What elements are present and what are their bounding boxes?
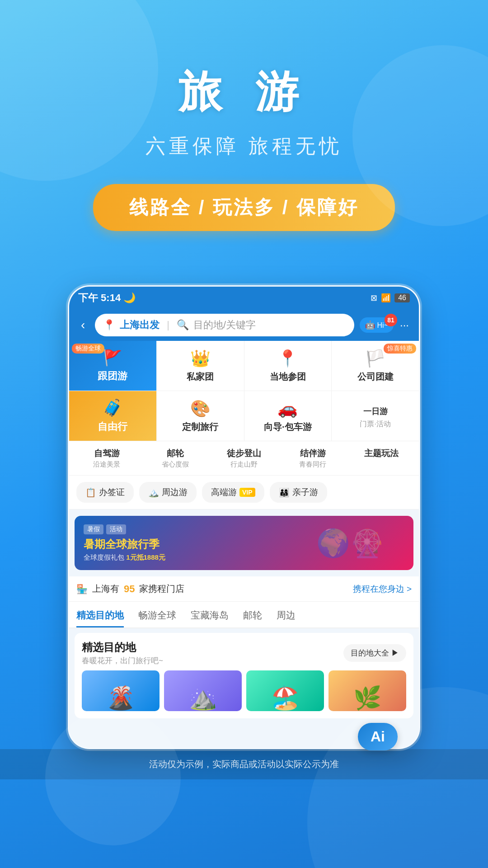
battery-icon: 46 [394, 293, 410, 302]
category-custom-travel[interactable]: 🎨 定制旅行 [157, 391, 244, 441]
tab-selected-dest[interactable]: 精选目的地 [76, 609, 124, 627]
dest-image-4[interactable]: 🌿 [328, 670, 406, 711]
back-button[interactable]: ‹ [76, 316, 89, 334]
dest-image-2[interactable]: ⛰️ [164, 670, 242, 711]
store-link[interactable]: 携程在您身边 > [353, 583, 412, 595]
store-info: 🏪 上海有 95 家携程门店 携程在您身边 > [69, 576, 419, 602]
category-guide-car[interactable]: 🚗 向导·包车游 [244, 391, 332, 441]
nav-bar: ‹ 📍 上海出发 | 🔍 目的地/关键字 🤖 Hi~ 81 ··· [69, 309, 419, 341]
signal-icon: ⊠ [371, 293, 377, 303]
company-tour-icon: 🏳️ [365, 349, 385, 368]
guide-car-label: 向导·包车游 [264, 421, 312, 433]
hi-button[interactable]: 🤖 Hi~ 81 [360, 317, 394, 333]
dest-all-btn[interactable]: 目的地大全 ▶ [343, 644, 406, 662]
subcat-theme[interactable]: 主题玩法 [348, 448, 414, 469]
guide-car-icon: 🚗 [277, 399, 298, 418]
phone-mockup: 下午 5:14 🌙 ⊠ 📶 46 ‹ 📍 上海出发 | 🔍 目的地/关键字 [68, 285, 420, 749]
hero-section: 旅 游 六重保障 旅程无忧 线路全 / 玩法多 / 保障好 [0, 0, 488, 258]
banner-title: 暑期全球旅行季 [84, 537, 165, 552]
theme-label: 主题玩法 [364, 448, 399, 459]
category-row-2: 🧳 自由行 🎨 定制旅行 🚗 向导·包车游 [69, 391, 419, 441]
banner-art: 🌍🎡 [287, 516, 413, 570]
custom-travel-icon: 🎨 [190, 399, 211, 418]
banner-tag2: 活动 [106, 524, 126, 534]
subcat-hiking[interactable]: 徒步登山 行走山野 [211, 448, 277, 469]
cruise-label: 邮轮 [167, 448, 184, 459]
search-divider: | [167, 319, 169, 331]
day-tour-label: 一日游门票·活动 [360, 406, 390, 430]
footer-disclaimer: 活动仅为示例，实际商品或活动以实际公示为准 [0, 749, 488, 779]
hiking-sub: 行走山野 [230, 460, 258, 469]
promo-banner[interactable]: 暑假 活动 暑期全球旅行季 全球度假礼包 1元抵1888元 🌍🎡 [75, 516, 413, 570]
companion-sub: 青春同行 [299, 460, 326, 469]
location-icon: 📍 [103, 319, 115, 331]
banner-tag1: 暑假 [84, 524, 103, 534]
tab-cruise[interactable]: 邮轮 [243, 609, 262, 627]
premium-label: 高端游 [211, 486, 237, 498]
hero-badge[interactable]: 线路全 / 玩法多 / 保障好 [93, 184, 395, 231]
dest-header: 精选目的地 春暖花开，出门旅行吧~ 目的地大全 ▶ [82, 640, 406, 666]
family-label: 亲子游 [292, 486, 318, 498]
category-company-tour[interactable]: 惊喜特惠 🏳️ 公司团建 [332, 341, 419, 391]
visa-icon: 📋 [85, 487, 96, 498]
store-text1: 上海有 [92, 583, 119, 595]
category-day-tour[interactable]: 一日游门票·活动 [332, 391, 419, 441]
dest-image-3[interactable]: 🏖️ [246, 670, 324, 711]
dest-subtitle: 春暖花开，出门旅行吧~ [82, 656, 163, 666]
subcat-cruise[interactable]: 邮轮 省心度假 [142, 448, 208, 469]
category-group-tour[interactable]: 畅游全球 🚩 跟团游 [69, 341, 157, 391]
wifi-icon: 📶 [381, 293, 391, 303]
local-tour-icon: 📍 [277, 349, 298, 368]
visa-label: 办签证 [99, 486, 125, 498]
tabs-bar: 精选目的地 畅游全球 宝藏海岛 邮轮 周边 [69, 602, 419, 628]
banner-subtitle: 全球度假礼包 [84, 553, 124, 561]
self-drive-sub: 沿途美景 [93, 460, 120, 469]
private-tour-icon: 👑 [190, 349, 211, 368]
dest-title: 精选目的地 [82, 640, 163, 655]
category-local-tour[interactable]: 📍 当地参团 [244, 341, 332, 391]
local-tour-label: 当地参团 [270, 371, 306, 383]
service-visa[interactable]: 📋 办签证 [76, 482, 134, 503]
category-private-tour[interactable]: 👑 私家团 [157, 341, 244, 391]
cruise-sub: 省心度假 [162, 460, 189, 469]
status-time: 下午 5:14 🌙 [78, 291, 136, 305]
status-icons: ⊠ 📶 46 [371, 293, 410, 303]
tab-nearby[interactable]: 周边 [277, 609, 296, 627]
hi-icon: 🤖 [365, 321, 375, 330]
custom-travel-label: 定制旅行 [182, 421, 218, 433]
more-button[interactable]: ··· [397, 316, 412, 334]
store-left: 🏪 上海有 95 家携程门店 [76, 583, 184, 595]
category-grid: 畅游全球 🚩 跟团游 👑 私家团 📍 当地参团 [69, 341, 419, 441]
category-free-travel[interactable]: 🧳 自由行 [69, 391, 157, 441]
dest-images: 🌋 ⛰️ 🏖️ 🌿 [82, 670, 406, 711]
dest-image-1[interactable]: 🌋 [82, 670, 160, 711]
service-family[interactable]: 👨‍👩‍👧 亲子游 [270, 482, 327, 503]
ai-label[interactable]: Ai [358, 723, 398, 750]
search-icon: 🔍 [177, 319, 189, 331]
tab-global[interactable]: 畅游全球 [138, 609, 176, 627]
group-tour-label: 跟团游 [98, 369, 127, 383]
free-travel-icon: 🧳 [103, 398, 123, 417]
departure-city[interactable]: 上海出发 [120, 318, 160, 332]
nav-actions: 🤖 Hi~ 81 ··· [360, 316, 412, 334]
service-premium[interactable]: 高端游 VIP [202, 482, 264, 503]
subcat-companion[interactable]: 结伴游 青春同行 [280, 448, 346, 469]
tab-islands[interactable]: 宝藏海岛 [191, 609, 229, 627]
banner-highlight: 1元抵1888元 [126, 553, 165, 561]
vip-badge: VIP [239, 488, 255, 497]
banner-text: 暑假 活动 暑期全球旅行季 全球度假礼包 1元抵1888元 [75, 518, 174, 568]
dest-section: 精选目的地 春暖花开，出门旅行吧~ 目的地大全 ▶ 🌋 ⛰️ [75, 633, 413, 718]
private-tour-label: 私家团 [187, 371, 214, 383]
nearby-icon: 🏔️ [148, 487, 159, 498]
hero-subtitle: 六重保障 旅程无忧 [27, 133, 461, 160]
app-content: 畅游全球 🚩 跟团游 👑 私家团 📍 当地参团 [69, 341, 419, 748]
dest-header-left: 精选目的地 春暖花开，出门旅行吧~ [82, 640, 163, 666]
nearby-label: 周边游 [162, 486, 188, 498]
subcat-self-drive[interactable]: 自驾游 沿途美景 [74, 448, 140, 469]
service-nearby[interactable]: 🏔️ 周边游 [139, 482, 197, 503]
store-text2: 家携程门店 [139, 583, 184, 595]
search-bar[interactable]: 📍 上海出发 | 🔍 目的地/关键字 [95, 314, 354, 336]
free-travel-label: 自由行 [98, 420, 127, 434]
family-icon: 👨‍👩‍👧 [279, 487, 290, 498]
hiking-label: 徒步登山 [227, 448, 261, 459]
